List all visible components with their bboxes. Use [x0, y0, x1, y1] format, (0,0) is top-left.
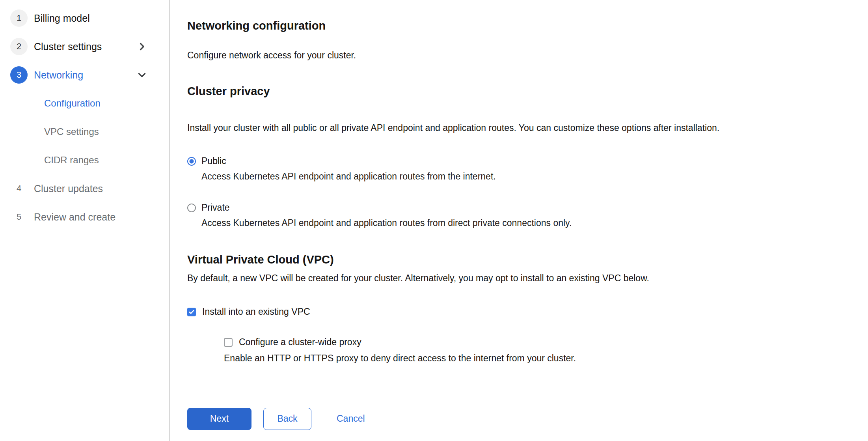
step-number-badge: 4 — [10, 180, 28, 197]
option-text: Private Access Kubernetes API endpoint a… — [201, 202, 572, 229]
wizard-footer: Next Back Cancel — [187, 408, 859, 430]
step-number-badge: 3 — [10, 66, 28, 84]
install-vpc-checkbox-label: Install into an existing VPC — [202, 306, 310, 317]
public-radio-label: Public — [201, 155, 496, 167]
step-label: Cluster settings — [34, 41, 102, 52]
cluster-privacy-description: Install your cluster with all public or … — [187, 122, 859, 134]
proxy-checkbox[interactable] — [224, 338, 233, 347]
step-number-badge: 1 — [10, 9, 28, 27]
cluster-privacy-heading: Cluster privacy — [187, 84, 859, 98]
step-number-badge: 2 — [10, 38, 28, 55]
step-cluster-settings[interactable]: 2 Cluster settings — [0, 32, 169, 61]
chevron-right-icon — [138, 42, 146, 51]
wizard-layout: 1 Billing model 2 Cluster settings 3 Net… — [0, 0, 868, 441]
proxy-section: Configure a cluster-wide proxy Enable an… — [224, 337, 859, 364]
install-vpc-checkbox-row[interactable]: Install into an existing VPC — [187, 306, 859, 317]
back-button[interactable]: Back — [263, 408, 311, 430]
substep-configuration[interactable]: Configuration — [0, 89, 169, 118]
step-label: Billing model — [34, 13, 90, 24]
cancel-button[interactable]: Cancel — [334, 408, 367, 430]
public-radio-description: Access Kubernetes API endpoint and appli… — [201, 171, 496, 183]
vpc-description: By default, a new VPC will be created fo… — [187, 272, 859, 284]
radio-option-private[interactable]: Private Access Kubernetes API endpoint a… — [187, 202, 859, 229]
proxy-checkbox-label: Configure a cluster-wide proxy — [239, 337, 361, 348]
proxy-checkbox-row[interactable]: Configure a cluster-wide proxy — [224, 337, 859, 348]
vpc-heading: Virtual Private Cloud (VPC) — [187, 253, 859, 267]
step-review-and-create[interactable]: 5 Review and create — [0, 203, 169, 231]
chevron-down-icon — [138, 71, 146, 79]
substep-label: Configuration — [44, 98, 101, 109]
private-radio-label: Private — [201, 202, 572, 214]
step-networking[interactable]: 3 Networking — [0, 61, 169, 89]
main-content: Networking configuration Configure netwo… — [170, 0, 868, 441]
step-cluster-updates[interactable]: 4 Cluster updates — [0, 174, 169, 203]
public-radio[interactable] — [187, 157, 196, 166]
next-button[interactable]: Next — [187, 408, 251, 430]
substep-label: VPC settings — [44, 126, 99, 137]
option-text: Public Access Kubernetes API endpoint an… — [201, 155, 496, 183]
private-radio-description: Access Kubernetes API endpoint and appli… — [201, 217, 572, 229]
radio-option-public[interactable]: Public Access Kubernetes API endpoint an… — [187, 155, 859, 183]
page-subtitle: Configure network access for your cluste… — [187, 50, 859, 61]
step-label: Review and create — [34, 211, 115, 223]
install-vpc-checkbox[interactable] — [187, 308, 196, 316]
substep-cidr-ranges[interactable]: CIDR ranges — [0, 146, 169, 174]
wizard-step-nav: 1 Billing model 2 Cluster settings 3 Net… — [0, 0, 170, 441]
page-title: Networking configuration — [187, 19, 859, 33]
step-billing-model[interactable]: 1 Billing model — [0, 4, 169, 32]
substep-label: CIDR ranges — [44, 155, 99, 166]
step-label: Cluster updates — [34, 183, 103, 194]
proxy-description: Enable an HTTP or HTTPS proxy to deny di… — [224, 353, 859, 364]
substep-vpc-settings[interactable]: VPC settings — [0, 118, 169, 146]
private-radio[interactable] — [187, 204, 196, 212]
step-label: Networking — [34, 69, 83, 81]
check-icon — [189, 310, 194, 314]
step-number-badge: 5 — [10, 208, 28, 226]
